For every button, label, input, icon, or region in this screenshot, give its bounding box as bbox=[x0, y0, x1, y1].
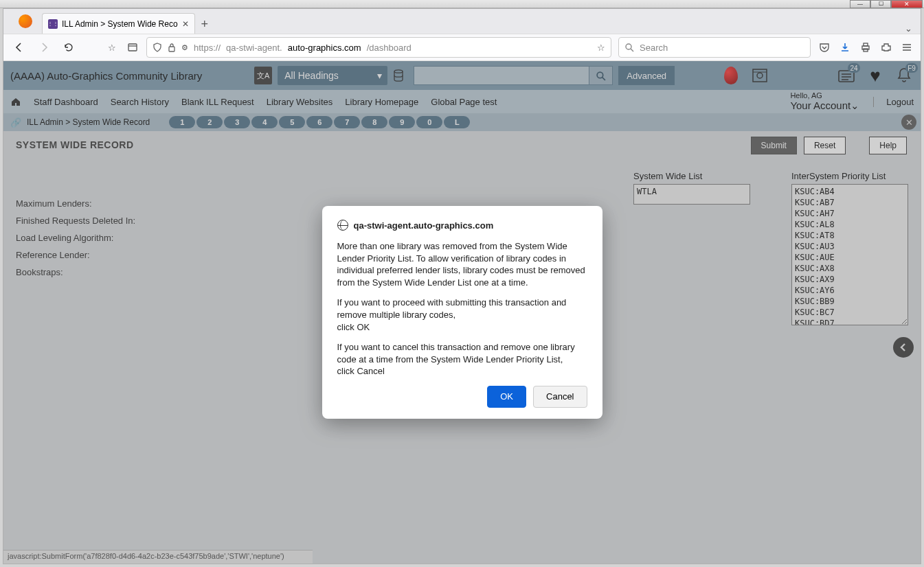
dialog-origin: qa-stwi-agent.auto-graphics.com bbox=[354, 220, 494, 231]
svg-rect-4 bbox=[864, 43, 868, 46]
dialog-text-3: If you want to cancel this transaction a… bbox=[337, 341, 587, 378]
window-maximize-button[interactable]: ☐ bbox=[870, 0, 891, 8]
menu-icon[interactable] bbox=[900, 40, 914, 54]
shield-icon bbox=[153, 43, 162, 52]
browser-toolbar: ☆ ⚙ https://qa-stwi-agent.auto-graphics.… bbox=[3, 34, 921, 61]
bookmark-star-icon[interactable]: ☆ bbox=[105, 40, 119, 54]
reload-button[interactable] bbox=[60, 38, 78, 56]
app-content: (AAAA) Auto-Graphics Community Library 文… bbox=[3, 61, 921, 564]
svg-point-2 bbox=[626, 44, 631, 49]
dialog-text-2: If you want to proceed with submitting t… bbox=[337, 297, 587, 333]
pocket-icon[interactable] bbox=[818, 40, 831, 54]
svg-rect-5 bbox=[864, 49, 868, 51]
back-button[interactable] bbox=[10, 38, 28, 56]
new-tab-button[interactable]: + bbox=[195, 14, 214, 34]
cancel-button[interactable]: Cancel bbox=[533, 386, 587, 408]
browser-window: ⋮⋮ ILL Admin > System Wide Reco ✕ + ⌄ ☆ bbox=[3, 8, 921, 564]
tabs-overflow-icon[interactable]: ⌄ bbox=[905, 23, 921, 34]
browser-search-box[interactable]: Search bbox=[618, 37, 811, 58]
firefox-icon bbox=[19, 14, 32, 28]
svg-rect-1 bbox=[169, 47, 174, 51]
search-icon bbox=[624, 43, 634, 52]
search-placeholder: Search bbox=[640, 43, 668, 53]
url-host: auto-graphics.com bbox=[288, 43, 361, 53]
window-minimize-button[interactable]: — bbox=[850, 0, 870, 8]
url-protocol: https:// bbox=[194, 43, 221, 53]
window-close-button[interactable] bbox=[891, 0, 923, 8]
dialog-text-1: More than one library was removed from t… bbox=[337, 240, 587, 288]
tab-close-icon[interactable]: ✕ bbox=[182, 19, 189, 29]
lock-icon bbox=[168, 43, 176, 52]
tab-favicon-icon: ⋮⋮ bbox=[48, 19, 58, 29]
forward-button[interactable] bbox=[35, 38, 53, 56]
downloads-icon[interactable] bbox=[838, 40, 852, 54]
confirm-dialog: qa-stwi-agent.auto-graphics.com More tha… bbox=[322, 206, 602, 418]
permissions-icon: ⚙ bbox=[181, 43, 188, 52]
bookmark-page-icon[interactable]: ☆ bbox=[597, 43, 605, 53]
url-path: /dashboard bbox=[367, 43, 412, 53]
globe-icon bbox=[337, 220, 348, 231]
tab-title: ILL Admin > System Wide Reco bbox=[62, 19, 178, 29]
modal-backdrop: qa-stwi-agent.auto-graphics.com More tha… bbox=[3, 61, 921, 564]
url-bar[interactable]: ⚙ https://qa-stwi-agent.auto-graphics.co… bbox=[146, 37, 611, 58]
extensions-icon[interactable] bbox=[879, 40, 893, 54]
url-sub: qa-stwi-agent. bbox=[226, 43, 282, 53]
browser-tab[interactable]: ⋮⋮ ILL Admin > System Wide Reco ✕ bbox=[42, 13, 195, 34]
history-icon[interactable] bbox=[126, 40, 139, 54]
svg-rect-0 bbox=[128, 44, 137, 51]
os-titlebar: — ☐ bbox=[0, 0, 924, 8]
print-icon[interactable] bbox=[859, 40, 872, 54]
ok-button[interactable]: OK bbox=[487, 386, 526, 408]
browser-tabbar: ⋮⋮ ILL Admin > System Wide Reco ✕ + ⌄ bbox=[3, 9, 921, 34]
